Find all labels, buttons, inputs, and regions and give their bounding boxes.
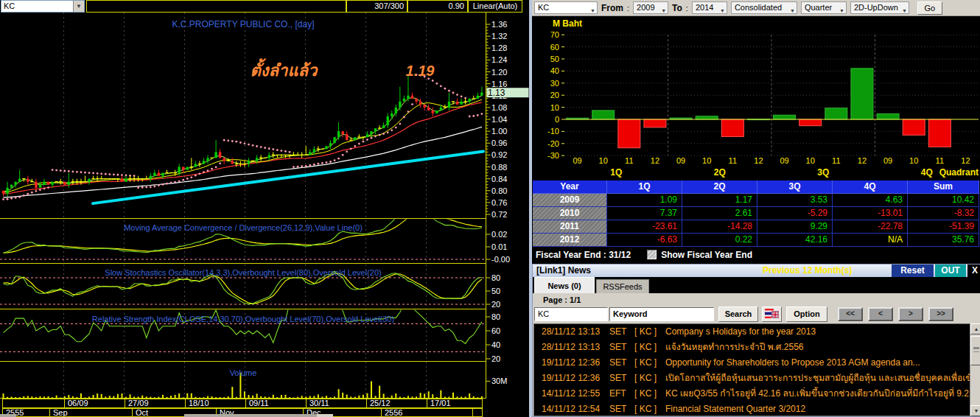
- news-item[interactable]: 19/11/12 12:36SET[ KC ]เปิดโอกาสให้ผู้ถื…: [534, 371, 970, 386]
- x-sub-label: 11: [832, 156, 840, 165]
- news-sym: [ KC ]: [634, 355, 665, 371]
- date-tick-cell: 27/09: [125, 399, 185, 407]
- rsi-title: Relative Strength Index(CLOSE,14,30,70),…: [92, 315, 394, 323]
- go-button[interactable]: Go: [917, 1, 942, 15]
- scrollbar-thumb[interactable]: [970, 336, 980, 365]
- chevron-down-icon[interactable]: ▼: [73, 1, 84, 12]
- news-sym: [ KC ]: [634, 371, 665, 386]
- from-label: From: [601, 3, 623, 13]
- view-mode-combobox[interactable]: 2D-UpDown▼: [850, 1, 909, 14]
- bar-4Q-11[interactable]: [928, 119, 951, 147]
- table-row[interactable]: 20107.372.61-5.29-13.01-8.32: [533, 207, 980, 220]
- bar-3Q-12[interactable]: [851, 69, 873, 119]
- value-cell: 42.16: [757, 234, 833, 247]
- fiscal-year-bar: Fiscal Year End : 31/12 Show Fiscal Year…: [533, 247, 980, 262]
- bar-3Q-09[interactable]: [774, 115, 796, 119]
- news-scrollbar[interactable]: ▲ ▼: [970, 323, 980, 416]
- scroll-down-icon[interactable]: ▼: [970, 405, 980, 416]
- news-sym: [ KC ]: [634, 324, 665, 340]
- to-year-combobox[interactable]: 2014▼: [692, 1, 727, 14]
- svg-text:60: 60: [491, 326, 500, 335]
- quarter-group-label: 4Q: [921, 167, 933, 178]
- symbol-input[interactable]: KC: [534, 307, 608, 321]
- statement-type-value: Consolidated: [735, 3, 782, 12]
- news-src: SET: [609, 355, 634, 371]
- news-src: SET: [609, 402, 634, 416]
- news-item[interactable]: 14/11/12 12:54SET[ KC ]Financial Stateme…: [534, 402, 970, 416]
- y-tick-label: -10: [547, 127, 559, 136]
- left-symbol-combobox[interactable]: KC ▼: [1, 0, 85, 13]
- date-tick-cell: 30/11: [306, 399, 366, 407]
- news-item[interactable]: 14/11/12 12:55EFT[ KC ]KC เผยQ3/55 กำไรอ…: [534, 386, 970, 402]
- bar-4Q-09[interactable]: [877, 113, 899, 119]
- bar-2Q-11[interactable]: [721, 119, 743, 136]
- first-page-button[interactable]: <<: [838, 307, 863, 321]
- reset-button[interactable]: Reset: [892, 264, 934, 277]
- value-cell: -22.78: [833, 220, 908, 234]
- bar-1Q-11[interactable]: [618, 119, 640, 148]
- value-cell: -8.32: [908, 207, 979, 220]
- scroll-up-icon[interactable]: ▲: [970, 323, 980, 334]
- period-combobox[interactable]: Quarter▼: [801, 1, 847, 14]
- fiscal-year-end-label: Fiscal Year End : 31/12: [536, 250, 631, 260]
- statement-type-combobox[interactable]: Consolidated▼: [731, 1, 797, 14]
- out-button[interactable]: OUT: [935, 264, 966, 277]
- news-period-label: Previous 12 Month(s): [763, 265, 852, 276]
- price-tick-label: 0.84: [491, 175, 507, 183]
- period-value: Quarter: [805, 3, 832, 12]
- news-item[interactable]: 28/11/12 13:13SET[ KC ]Company s Holiday…: [534, 324, 970, 340]
- news-src: EFT: [609, 386, 634, 402]
- table-row[interactable]: 2012-6.630.2242.16N/A35.76: [533, 234, 980, 247]
- h-scrollbar-left-piece[interactable]: [0, 414, 16, 417]
- x-sub-label: 11: [729, 156, 737, 165]
- news-text: Company s Holidays for the year 2013: [665, 324, 816, 340]
- chart-title: K.C.PROPERTY PUBLIC CO., [day]: [172, 19, 315, 29]
- month-tick-cell: [472, 409, 482, 416]
- bar-3Q-11[interactable]: [825, 108, 847, 119]
- right-symbol-combobox[interactable]: KC▼: [534, 1, 598, 14]
- next-page-button[interactable]: >: [898, 307, 923, 321]
- price-tick-label: 1.04: [491, 115, 507, 124]
- news-sym: [ KC ]: [634, 402, 665, 416]
- x-sub-label: 09: [780, 156, 788, 165]
- h-scrollbar-thumb[interactable]: [184, 414, 317, 417]
- h-scrollbar-right-piece[interactable]: [317, 414, 333, 417]
- from-year-combobox[interactable]: 2009▼: [633, 1, 668, 14]
- value-cell: 9.29: [757, 220, 833, 234]
- svg-text:80: 80: [491, 273, 500, 282]
- svg-text:0.01: 0.01: [491, 242, 507, 251]
- x-sub-label: 12: [858, 156, 867, 165]
- bar-1Q-12[interactable]: [644, 119, 666, 127]
- search-button[interactable]: Search: [718, 306, 758, 322]
- news-src: SET: [609, 324, 634, 340]
- news-text: Opportunity for Shareholders to Propose …: [665, 355, 920, 371]
- bar-4Q-10[interactable]: [903, 119, 925, 135]
- tab-rssfeeds[interactable]: RSSFeeds: [596, 279, 649, 293]
- last-page-button[interactable]: >>: [928, 307, 953, 321]
- table-row[interactable]: 20091.091.173.534.6310.42: [533, 194, 980, 207]
- prev-page-button[interactable]: <: [868, 307, 893, 321]
- thai-annotation: ตั้งลำแล้ว: [251, 58, 319, 80]
- table-header-cell: 4Q: [833, 181, 908, 194]
- tab-news[interactable]: News (0): [534, 277, 595, 293]
- price-tick-label: 0.96: [491, 139, 507, 147]
- chevron-down-icon: ▼: [790, 5, 795, 16]
- scale-mode-box[interactable]: Linear(Auto): [468, 0, 522, 13]
- keyword-input[interactable]: Keyword: [609, 307, 714, 321]
- news-titlebar: [Link1] News Previous 12 Month(s) Reset …: [533, 264, 980, 277]
- value-cell: -23.61: [607, 220, 682, 234]
- price-tick-label: 0.92: [491, 150, 507, 159]
- table-row[interactable]: 2011-23.61-14.289.29-22.78-51.39: [533, 220, 980, 234]
- news-item[interactable]: 28/11/12 13:13SET[ KC ]แจ้งวันหยุดทำการป…: [534, 340, 970, 355]
- table-header-cell: 3Q: [757, 181, 833, 194]
- close-icon[interactable]: X: [967, 264, 980, 277]
- x-sub-label: 12: [961, 156, 970, 165]
- bar-3Q-10[interactable]: [799, 119, 822, 126]
- bar-2Q-10[interactable]: [696, 116, 718, 119]
- show-fiscal-year-checkbox[interactable]: [647, 250, 657, 259]
- option-button[interactable]: Option: [786, 306, 827, 322]
- language-flag-button[interactable]: [762, 306, 782, 322]
- bar-1Q-10[interactable]: [592, 111, 615, 119]
- news-item[interactable]: 19/11/12 12:36SET[ KC ]Opportunity for S…: [534, 355, 970, 371]
- price-chart-panel[interactable]: K.C.PROPERTY PUBLIC CO., [day]ตั้งลำแล้ว…: [0, 13, 529, 399]
